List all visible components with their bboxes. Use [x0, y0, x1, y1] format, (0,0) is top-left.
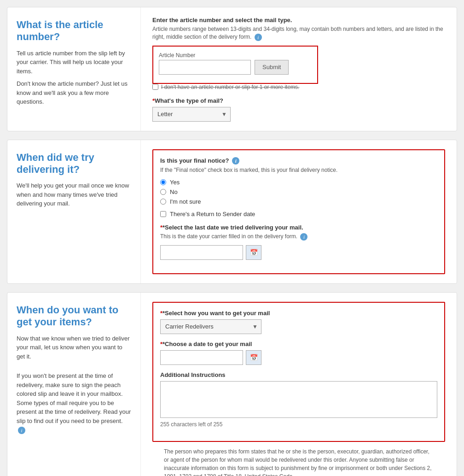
info-icon-4[interactable]: i — [18, 427, 25, 434]
mail-type-select-wrapper: Letter Package Large Envelope Priority M… — [152, 107, 231, 122]
additional-textarea[interactable] — [160, 381, 437, 418]
section1-title: What is the article number? — [17, 19, 131, 43]
section2-title: When did we try delivering it? — [17, 152, 131, 176]
article-number-input[interactable] — [159, 60, 251, 75]
section3-card: When do you want to get your items? Now … — [7, 292, 457, 476]
enter-label: Enter the article number and select the … — [152, 17, 445, 24]
mail-type-section: *What's the type of mail? Letter Package… — [152, 97, 445, 122]
select-how-label: **Select how you want to get your mail — [160, 310, 437, 317]
radio-yes-item: Yes — [160, 179, 437, 186]
article-input-box: Article Number Submit — [152, 46, 318, 84]
radio-not-sure-label: I'm not sure — [170, 198, 201, 205]
section1-right: Enter the article number and select the … — [141, 7, 457, 131]
final-notice-radios: Yes No I'm not sure — [160, 179, 437, 205]
section3-left: When do you want to get your items? Now … — [7, 293, 141, 476]
info-icon-1[interactable]: i — [255, 34, 262, 41]
choose-date-group: **Choose a date to get your mail 📅 — [160, 341, 437, 365]
choose-date-row: 📅 — [160, 350, 437, 365]
choose-date-label: **Choose a date to get your mail — [160, 341, 437, 347]
article-input-wrapper: Article Number — [159, 52, 251, 75]
section1-left: What is the article number? Tell us arti… — [7, 7, 141, 131]
select-how-wrapper: Carrier Redelivers Pick Up at Post Offic… — [160, 319, 261, 334]
section2-card: When did we try delivering it? We'll hel… — [7, 140, 457, 284]
section1-para2: Don't know the article number? Just let … — [17, 79, 131, 106]
calendar-icon-1: 📅 — [250, 249, 258, 256]
section2-left: When did we try delivering it? We'll hel… — [7, 140, 141, 283]
section2-para1: We'll help you get your mail once we kno… — [17, 181, 131, 208]
legal-text: The person who prepares this form states… — [152, 442, 445, 476]
section1-para1: Tell us article number from the slip lef… — [17, 49, 131, 76]
no-article-checkbox[interactable] — [152, 84, 158, 90]
info-icon-2[interactable]: i — [232, 157, 239, 165]
article-number-section: Enter the article number and select the … — [152, 17, 445, 90]
radio-no-item: No — [160, 188, 437, 195]
final-notice-label: Is this your final notice? i — [160, 157, 437, 165]
mail-type-select[interactable]: Letter Package Large Envelope Priority M… — [152, 107, 231, 122]
char-count: 255 characters left of 255 — [160, 421, 437, 428]
radio-no[interactable] — [160, 189, 166, 195]
last-date-desc: This is the date your carrier filled in … — [160, 233, 437, 241]
mail-type-label: *What's the type of mail? — [152, 97, 445, 104]
radio-not-sure[interactable] — [160, 199, 166, 205]
no-article-row: I don't have an article number or slip f… — [152, 84, 445, 90]
last-date-group: **Select the last date we tried deliveri… — [160, 224, 437, 260]
additional-group: Additional Instructions 255 characters l… — [160, 371, 437, 428]
last-date-input[interactable] — [160, 245, 243, 260]
section2-red-box: Is this your final notice? i If the "Fin… — [152, 149, 445, 274]
final-notice-desc: If the "Final notice" check box is marke… — [160, 166, 437, 174]
last-date-row: 📅 — [160, 245, 437, 260]
section3-para2: If you won't be present at the time of r… — [17, 371, 131, 435]
return-sender-label: There's a Return to Sender date — [170, 211, 255, 217]
enter-desc: Article numbers range between 13-digits … — [152, 25, 445, 41]
return-sender-row: There's a Return to Sender date — [160, 211, 437, 217]
section2-right: Is this your final notice? i If the "Fin… — [141, 140, 457, 283]
radio-yes[interactable] — [160, 179, 166, 185]
last-date-calendar-button[interactable]: 📅 — [246, 245, 261, 260]
no-article-label: I don't have an article number or slip f… — [161, 84, 299, 90]
section3-para1: Now that we know when we tried to delive… — [17, 334, 131, 361]
section3-red-box: **Select how you want to get your mail C… — [152, 302, 445, 442]
info-icon-3[interactable]: i — [300, 233, 307, 241]
article-submit-button[interactable]: Submit — [255, 60, 289, 75]
return-sender-checkbox[interactable] — [160, 211, 166, 217]
article-number-label: Article Number — [159, 52, 251, 59]
select-how-group: **Select how you want to get your mail C… — [160, 310, 437, 334]
radio-no-label: No — [170, 188, 178, 195]
choose-date-calendar-button[interactable]: 📅 — [246, 350, 261, 365]
radio-not-sure-item: I'm not sure — [160, 198, 437, 205]
additional-label: Additional Instructions — [160, 371, 437, 378]
section3-title: When do you want to get your items? — [17, 304, 131, 329]
section1-card: What is the article number? Tell us arti… — [7, 7, 457, 131]
radio-yes-label: Yes — [170, 179, 180, 186]
select-how-select[interactable]: Carrier Redelivers Pick Up at Post Offic… — [160, 319, 261, 334]
last-date-label: **Select the last date we tried deliveri… — [160, 224, 437, 231]
choose-date-input[interactable] — [160, 350, 243, 365]
final-notice-group: Is this your final notice? i If the "Fin… — [160, 157, 437, 217]
calendar-icon-2: 📅 — [250, 354, 258, 361]
section3-right: **Select how you want to get your mail C… — [141, 293, 457, 476]
article-input-row: Article Number Submit — [159, 52, 312, 75]
